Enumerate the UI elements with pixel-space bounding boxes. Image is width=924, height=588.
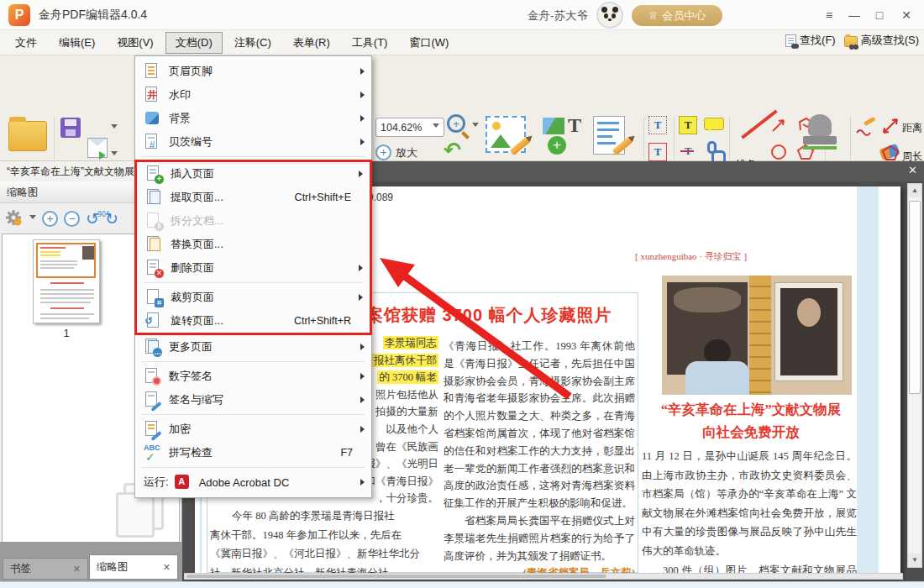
tab-close-icon[interactable]: ✕ (163, 562, 171, 573)
menu-tools[interactable]: 工具(T) (342, 32, 398, 54)
menu-item-delete-page[interactable]: ✕ 删除页面 (137, 256, 370, 280)
username-label: 金舟-苏大爷 (528, 8, 588, 24)
gear-icon[interactable] (5, 209, 24, 228)
article-column-2: 《青海日报》社工作。1993 年离休前他是《青海日报》主任记者，先后担任中国摄影… (444, 338, 635, 575)
zoom-in-button[interactable]: + 放大 (375, 144, 417, 160)
extract-page-icon (145, 189, 162, 206)
document-close-icon[interactable]: ✕ (908, 164, 917, 176)
app-window: P 金舟PDF编辑器4.0.4 金舟-苏大爷 ♕ 会员中心 ≡ — □ ✕ 文件… (0, 0, 924, 588)
menu-edit[interactable]: 编辑(E) (49, 32, 105, 54)
scroll-up-button[interactable]: ▲ (908, 184, 921, 197)
add-plus-icon: + (548, 136, 566, 155)
tab-bookmarks[interactable]: 书签 ✕ (3, 558, 88, 580)
comment-bubble-icon[interactable] (704, 118, 724, 130)
menu-item-extract-page[interactable]: 提取页面... Ctrl+Shift+E (137, 186, 370, 209)
menu-item-run-acrobat[interactable]: 运行: A Adobe Acrobat DC (135, 470, 371, 494)
menu-item-background[interactable]: 背景 (135, 107, 371, 130)
link-icon[interactable] (707, 141, 717, 154)
find-button[interactable]: 查找(F) (785, 33, 836, 48)
window-menu-button[interactable]: ≡ (815, 0, 843, 30)
menu-item-spell-check[interactable]: ABC✓ 拼写检查 F7 (135, 441, 371, 465)
email-dropdown-arrow[interactable] (111, 124, 118, 132)
zoom-level-select[interactable]: 104.62% (375, 118, 444, 137)
article-headline: 案馆获赠 3700 幅个人珍藏照片 (366, 304, 612, 327)
text-field-tool-icon[interactable]: T (648, 116, 667, 134)
menu-item-encrypt[interactable]: 加密 (135, 417, 371, 441)
squiggle-pencil-icon[interactable] (855, 118, 877, 136)
menu-view[interactable]: 视图(V) (107, 32, 163, 54)
menu-item-watermark[interactable]: 井 水印 (135, 83, 371, 107)
save-icon[interactable] (60, 118, 81, 138)
arrow-shape-icon[interactable] (769, 116, 788, 134)
background-icon (144, 110, 160, 127)
menu-comment[interactable]: 注释(C) (224, 32, 281, 54)
menu-window[interactable]: 窗口(W) (399, 32, 459, 54)
circle-shape-icon[interactable] (769, 143, 788, 161)
menu-bar: 文件 编辑(E) 视图(V) 文档(D) 注释(C) 表单(R) 工具(T) 窗… (0, 30, 924, 55)
stamp-icon[interactable] (801, 114, 838, 151)
thumb-zoom-in-button[interactable]: + (42, 211, 58, 227)
menu-file[interactable]: 文件 (5, 32, 47, 54)
vertical-scrollbar[interactable]: ▲ ▼ (907, 183, 922, 568)
menu-item-insert-page[interactable]: + 插入页面 (137, 162, 370, 186)
open-folder-icon[interactable] (8, 121, 47, 151)
hscrollbar-thumb[interactable] (186, 575, 606, 578)
panel-tab-bar: 书签 ✕ 缩略图 ✕ (0, 542, 181, 581)
menu-item-split-document[interactable]: ‖ 拆分文档... (137, 209, 370, 233)
menu-item-crop-page[interactable]: ⌗ 裁剪页面 (137, 286, 370, 309)
tab-thumbnails[interactable]: 缩略图 ✕ (89, 554, 178, 580)
replace-page-icon (145, 236, 162, 253)
close-button[interactable]: ✕ (892, 0, 921, 30)
minimize-button[interactable]: — (840, 0, 869, 30)
menu-item-header-footer[interactable]: 页眉页脚 (135, 60, 371, 83)
menu-item-rotate-page[interactable]: ↺ 旋转页面... Ctrl+Shift+R (137, 309, 370, 333)
page-right-band (857, 186, 879, 575)
advanced-find-button[interactable]: 高级查找(S) (844, 33, 919, 48)
text-box-tool-icon[interactable]: T (648, 143, 667, 161)
gear-dropdown-arrow[interactable] (29, 215, 36, 223)
distance-tool-icon[interactable] (880, 116, 900, 136)
maximize-button[interactable]: □ (865, 0, 894, 30)
find-icon (785, 34, 796, 47)
add-image-icon[interactable] (543, 118, 564, 134)
crown-icon: ♕ (648, 9, 659, 22)
scrollbar-thumb[interactable] (909, 201, 921, 394)
zoom-tool-dropdown-arrow[interactable] (472, 123, 479, 130)
menu-item-more-pages[interactable]: … 更多页面 (135, 335, 371, 359)
scanner-dropdown-arrow[interactable] (111, 151, 118, 159)
horizontal-scrollbar[interactable] (184, 573, 903, 580)
zoom-dropdown-arrow (433, 123, 439, 131)
menu-item-bates-numbering[interactable]: # 贝茨编号 (135, 130, 371, 154)
rotate-left-icon[interactable]: ↺90° (86, 209, 99, 228)
tab-close-icon[interactable]: ✕ (73, 564, 81, 575)
perimeter-tool-icon[interactable] (880, 143, 900, 163)
add-text-icon: T (568, 114, 581, 137)
user-avatar[interactable] (596, 2, 623, 29)
rotate-page-icon: ↺ (145, 312, 162, 329)
zoom-tool-icon[interactable]: + (447, 114, 465, 133)
advanced-find-icon (844, 36, 858, 47)
menu-form[interactable]: 表单(R) (283, 32, 340, 54)
rotate-right-icon[interactable]: ↻ (105, 209, 118, 228)
scroll-down-button[interactable]: ▼ (908, 554, 921, 567)
page-thumbnail[interactable] (33, 239, 100, 323)
insert-page-icon: + (145, 165, 162, 182)
app-logo-icon: P (8, 4, 30, 26)
menu-item-signature-initials[interactable]: 签名与缩写 (135, 388, 371, 412)
member-center-button[interactable]: ♕ 会员中心 (632, 5, 722, 26)
strikethrough-text-icon[interactable]: T (679, 143, 697, 161)
distance-label[interactable]: 距离 (902, 121, 922, 135)
undo-icon[interactable]: ↶ (444, 138, 461, 162)
red-annotation-box: + 插入页面 提取页面... Ctrl+Shift+E ‖ 拆分文档... 替换… (134, 160, 372, 335)
highlight-text-icon[interactable]: T (679, 116, 697, 134)
menu-item-replace-page[interactable]: 替换页面... (137, 233, 370, 256)
menu-document[interactable]: 文档(D) (165, 32, 223, 54)
more-pages-icon: … (144, 339, 160, 355)
document-menu-popup: 页眉页脚 井 水印 背景 # 贝茨编号 + 插入页面 提取页面... Ctrl+… (134, 55, 372, 498)
watermark-icon: 井 (144, 87, 160, 103)
thumb-zoom-out-button[interactable]: − (64, 211, 80, 227)
signature-initials-icon (144, 391, 160, 408)
section-tag: [ xunzhenguibao · 寻珍归宝 ] (635, 250, 803, 263)
menu-item-digital-signature[interactable]: 数字签名 (135, 365, 371, 388)
email-icon[interactable] (87, 138, 108, 158)
